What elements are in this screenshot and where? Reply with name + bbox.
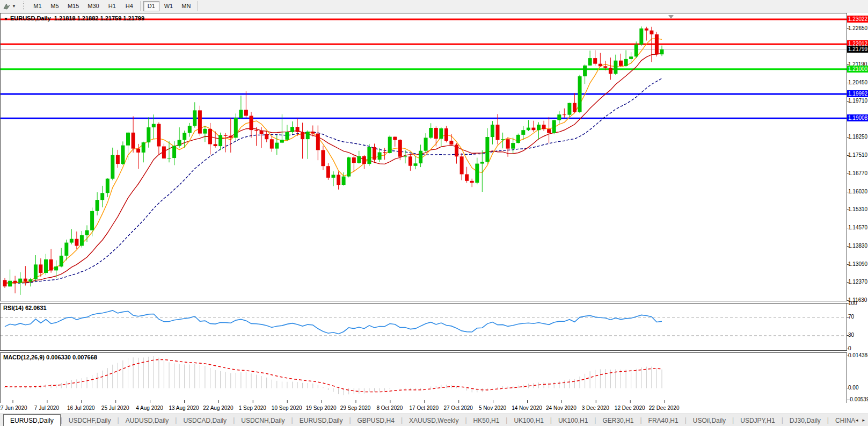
macd-tick-label: 0.014384: [848, 352, 868, 358]
chart-symbol-label: EURUSD,Daily: [10, 15, 51, 21]
date-tick-label: 19 Sep 2020: [306, 405, 337, 411]
chart-tab-uk100-h1[interactable]: UK100,H1: [552, 415, 594, 426]
date-tick-label: 1 Sep 2020: [239, 405, 266, 411]
chart-tab-xauusd-weekly[interactable]: XAUUSD,Weekly: [403, 415, 465, 426]
timeframe-button-d1[interactable]: D1: [143, 1, 159, 11]
chart-tab-usdcnh-daily[interactable]: USDCNH,Daily: [235, 415, 291, 426]
hline-price-box: 1.23022: [847, 16, 868, 23]
chart-tab-usdchf-daily[interactable]: USDCHF,Daily: [62, 415, 118, 426]
current-price-box: 1.21799: [847, 46, 868, 53]
chart-workspace: ▼EURUSD,Daily 1.21818 1.21882 1.21759 1.…: [0, 12, 868, 414]
tab-scroll-left-icon[interactable]: ◂: [856, 417, 858, 423]
chart-tab-hk50-h1[interactable]: HK50,H1: [467, 415, 506, 426]
chart-tab-fra40-h1[interactable]: FRA40,H1: [642, 415, 685, 426]
date-tick-label: 3 Dec 2020: [582, 405, 609, 411]
price-tick-label: 1.14570: [848, 225, 867, 230]
date-tick-label: 13 Aug 2020: [169, 405, 199, 411]
price-tick-label: 1.12370: [848, 279, 867, 285]
date-tick-label: 17 Oct 2020: [410, 405, 439, 411]
hline-price-box: 1.19008: [847, 114, 868, 121]
price-tick-label: 1.20450: [848, 80, 867, 85]
candlestick-chart[interactable]: [1, 13, 847, 301]
price-tick-label: 1.13090: [848, 261, 867, 267]
timeframe-button-w1[interactable]: W1: [161, 1, 177, 11]
timeframe-button-h4[interactable]: H4: [121, 1, 137, 11]
price-chart-panel[interactable]: ▼EURUSD,Daily 1.21818 1.21882 1.21759 1.…: [0, 13, 847, 301]
date-tick-label: 8 Oct 2020: [376, 405, 403, 411]
chart-title: ▼EURUSD,Daily 1.21818 1.21882 1.21759 1.…: [4, 15, 144, 21]
macd-indicator-panel[interactable]: MACD(12,26,9) 0.006330 0.007668: [0, 352, 847, 403]
price-tick-label: 1.22650: [848, 25, 867, 31]
chart-tab-bar: EURUSD,Daily|USDCHF,Daily|AUDUSD,Daily|U…: [0, 414, 868, 426]
chart-title-collapse-icon[interactable]: ▼: [4, 17, 8, 21]
tab-scroll-right-icon[interactable]: ▸: [862, 417, 865, 423]
hline-price-box: 1.19992: [847, 90, 868, 97]
date-tick-label: 27 Jun 2020: [0, 405, 27, 411]
chart-tab-gbpusd-h4[interactable]: GBPUSD,H4: [351, 415, 401, 426]
chart-tab-usoil-daily[interactable]: USOil,Daily: [687, 415, 732, 426]
rsi-tick-label: 100: [848, 300, 857, 306]
price-tick-label: 1.15310: [848, 206, 867, 212]
date-tick-label: 25 Jul 2020: [101, 405, 129, 411]
toolbar-separator: [197, 1, 198, 11]
chart-tab-uk100-h1[interactable]: UK100,H1: [507, 415, 550, 426]
macd-plot: [1, 353, 847, 403]
rsi-tick-label: 30: [848, 332, 854, 338]
chart-tab-audusd-daily[interactable]: AUDUSD,Daily: [119, 415, 176, 426]
rsi-label: RSI(14) 62.0631: [3, 305, 47, 311]
toolbar-separator: [140, 1, 141, 11]
macd-label: MACD(12,26,9) 0.006330 0.007668: [3, 354, 97, 360]
chart-tab-china300-h1[interactable]: CHINA300,H1: [829, 415, 856, 426]
cursor-tool-dropdown-icon[interactable]: ▼: [12, 4, 16, 9]
timeframe-button-h1[interactable]: H1: [104, 1, 120, 11]
date-tick-label: 12 Dec 2020: [615, 405, 645, 411]
timeframe-button-m1[interactable]: M1: [30, 1, 46, 11]
price-tick-label: 1.16030: [848, 189, 867, 194]
date-tick-label: 29 Sep 2020: [340, 405, 371, 411]
price-tick-label: 1.18250: [848, 134, 867, 140]
price-tick-label: 1.19710: [848, 98, 867, 104]
date-tick-label: 14 Nov 2020: [512, 405, 542, 411]
chart-tab-eurusd-daily[interactable]: EURUSD,Daily: [3, 414, 61, 426]
toolbar-grip: [21, 2, 26, 10]
date-tick-label: 7 Jul 2020: [34, 405, 59, 411]
date-tick-label: 24 Nov 2020: [546, 405, 577, 411]
chart-tab-eurusd-daily[interactable]: EURUSD,Daily: [293, 415, 349, 426]
chart-tab-ger30-h1[interactable]: GER30,H1: [596, 415, 640, 426]
date-tick-label: 10 Sep 2020: [272, 405, 302, 411]
top-toolbar: ▼ M1M5M15M30H1H4D1W1MN: [0, 0, 868, 12]
chart-tab-dj30-daily[interactable]: DJ30,Daily: [783, 415, 827, 426]
chart-tab-usdcad-daily[interactable]: USDCAD,Daily: [177, 415, 233, 426]
cursor-tool-icon[interactable]: [1, 1, 12, 11]
rsi-indicator-panel[interactable]: RSI(14) 62.0631: [0, 303, 847, 351]
tab-scroll-controls: ◂ ▸: [856, 417, 868, 423]
date-tick-label: 5 Nov 2020: [479, 405, 506, 411]
date-tick-label: 22 Aug 2020: [203, 405, 233, 411]
date-axis: 27 Jun 20207 Jul 202016 Jul 202025 Jul 2…: [0, 403, 847, 414]
date-tick-label: 27 Oct 2020: [443, 405, 472, 411]
macd-tick-label: -0.00539: [848, 396, 868, 402]
rsi-tick-label: 70: [848, 314, 854, 320]
chart-shift-triangle: [668, 15, 674, 19]
date-tick-label: 22 Dec 2020: [649, 405, 680, 411]
price-tick-label: 1.16770: [848, 170, 867, 176]
price-axis: 1.226501.211901.204501.197101.182501.175…: [847, 12, 868, 414]
chart-ohlc-values: 1.21818 1.21882 1.21759 1.21799: [54, 15, 144, 21]
date-tick-label: 16 Jul 2020: [67, 405, 95, 411]
hline-price-box: 1.21000: [847, 66, 868, 73]
timeframe-button-m15[interactable]: M15: [64, 1, 83, 11]
timeframe-button-m30[interactable]: M30: [84, 1, 103, 11]
chart-tab-usdjpy-h1[interactable]: USDJPY,H1: [734, 415, 781, 426]
rsi-plot: [1, 304, 847, 350]
date-tick-label: 4 Aug 2020: [136, 405, 163, 411]
price-tick-label: 1.13830: [848, 243, 867, 249]
price-tick-label: 1.17510: [848, 152, 867, 158]
macd-tick-label: 0.00: [848, 385, 858, 391]
timeframe-button-m5[interactable]: M5: [47, 1, 63, 11]
timeframe-button-mn[interactable]: MN: [178, 1, 194, 11]
